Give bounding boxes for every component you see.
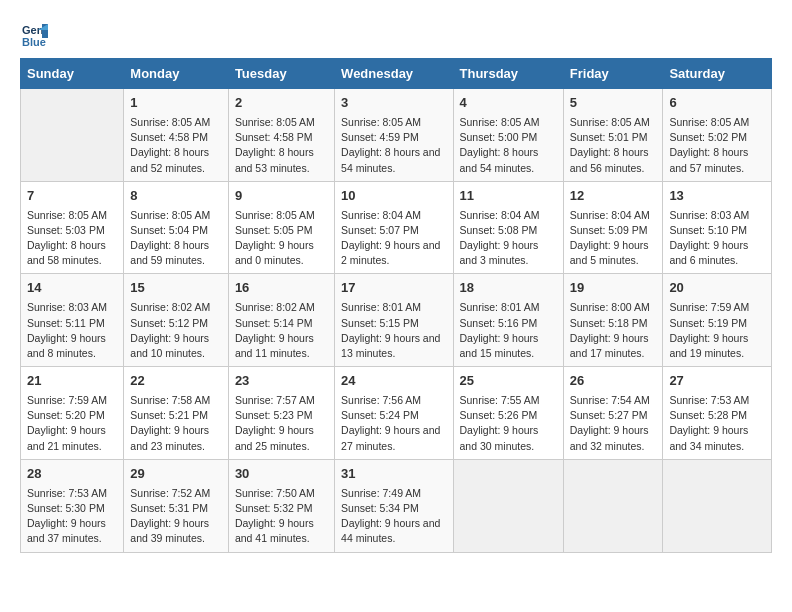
cell-details: Sunrise: 8:05 AM Sunset: 5:03 PM Dayligh… [27, 208, 117, 269]
day-number: 7 [27, 187, 117, 206]
week-row-4: 21 Sunrise: 7:59 AM Sunset: 5:20 PM Dayl… [21, 367, 772, 460]
day-header-friday: Friday [563, 59, 663, 89]
day-number: 30 [235, 465, 328, 484]
day-header-monday: Monday [124, 59, 229, 89]
calendar-cell [663, 459, 772, 552]
cell-details: Sunrise: 7:54 AM Sunset: 5:27 PM Dayligh… [570, 393, 657, 454]
day-number: 29 [130, 465, 222, 484]
week-row-2: 7 Sunrise: 8:05 AM Sunset: 5:03 PM Dayli… [21, 181, 772, 274]
cell-details: Sunrise: 8:00 AM Sunset: 5:18 PM Dayligh… [570, 300, 657, 361]
day-number: 27 [669, 372, 765, 391]
calendar-cell: 16 Sunrise: 8:02 AM Sunset: 5:14 PM Dayl… [228, 274, 334, 367]
day-number: 16 [235, 279, 328, 298]
calendar-cell: 20 Sunrise: 7:59 AM Sunset: 5:19 PM Dayl… [663, 274, 772, 367]
calendar-cell: 22 Sunrise: 7:58 AM Sunset: 5:21 PM Dayl… [124, 367, 229, 460]
calendar-cell: 7 Sunrise: 8:05 AM Sunset: 5:03 PM Dayli… [21, 181, 124, 274]
day-header-wednesday: Wednesday [335, 59, 453, 89]
logo-icon: General Blue [20, 20, 48, 48]
cell-details: Sunrise: 8:01 AM Sunset: 5:16 PM Dayligh… [460, 300, 557, 361]
day-number: 14 [27, 279, 117, 298]
cell-details: Sunrise: 7:59 AM Sunset: 5:20 PM Dayligh… [27, 393, 117, 454]
cell-details: Sunrise: 8:04 AM Sunset: 5:07 PM Dayligh… [341, 208, 446, 269]
day-number: 21 [27, 372, 117, 391]
cell-details: Sunrise: 8:01 AM Sunset: 5:15 PM Dayligh… [341, 300, 446, 361]
calendar-cell: 31 Sunrise: 7:49 AM Sunset: 5:34 PM Dayl… [335, 459, 453, 552]
week-row-5: 28 Sunrise: 7:53 AM Sunset: 5:30 PM Dayl… [21, 459, 772, 552]
cell-details: Sunrise: 7:58 AM Sunset: 5:21 PM Dayligh… [130, 393, 222, 454]
calendar-cell: 10 Sunrise: 8:04 AM Sunset: 5:07 PM Dayl… [335, 181, 453, 274]
day-number: 24 [341, 372, 446, 391]
day-header-saturday: Saturday [663, 59, 772, 89]
calendar-cell: 8 Sunrise: 8:05 AM Sunset: 5:04 PM Dayli… [124, 181, 229, 274]
cell-details: Sunrise: 7:57 AM Sunset: 5:23 PM Dayligh… [235, 393, 328, 454]
cell-details: Sunrise: 7:53 AM Sunset: 5:28 PM Dayligh… [669, 393, 765, 454]
day-number: 5 [570, 94, 657, 113]
day-header-thursday: Thursday [453, 59, 563, 89]
day-number: 31 [341, 465, 446, 484]
calendar-cell: 4 Sunrise: 8:05 AM Sunset: 5:00 PM Dayli… [453, 89, 563, 182]
calendar-cell: 29 Sunrise: 7:52 AM Sunset: 5:31 PM Dayl… [124, 459, 229, 552]
cell-details: Sunrise: 8:02 AM Sunset: 5:12 PM Dayligh… [130, 300, 222, 361]
calendar-cell: 13 Sunrise: 8:03 AM Sunset: 5:10 PM Dayl… [663, 181, 772, 274]
calendar-cell: 21 Sunrise: 7:59 AM Sunset: 5:20 PM Dayl… [21, 367, 124, 460]
calendar-cell [453, 459, 563, 552]
cell-details: Sunrise: 8:05 AM Sunset: 4:58 PM Dayligh… [235, 115, 328, 176]
cell-details: Sunrise: 8:02 AM Sunset: 5:14 PM Dayligh… [235, 300, 328, 361]
day-number: 18 [460, 279, 557, 298]
cell-details: Sunrise: 8:05 AM Sunset: 4:58 PM Dayligh… [130, 115, 222, 176]
calendar-cell: 5 Sunrise: 8:05 AM Sunset: 5:01 PM Dayli… [563, 89, 663, 182]
day-number: 23 [235, 372, 328, 391]
calendar-cell: 9 Sunrise: 8:05 AM Sunset: 5:05 PM Dayli… [228, 181, 334, 274]
calendar-cell: 24 Sunrise: 7:56 AM Sunset: 5:24 PM Dayl… [335, 367, 453, 460]
day-header-sunday: Sunday [21, 59, 124, 89]
cell-details: Sunrise: 8:03 AM Sunset: 5:11 PM Dayligh… [27, 300, 117, 361]
day-number: 12 [570, 187, 657, 206]
day-number: 9 [235, 187, 328, 206]
calendar-cell [21, 89, 124, 182]
day-number: 8 [130, 187, 222, 206]
calendar-cell: 27 Sunrise: 7:53 AM Sunset: 5:28 PM Dayl… [663, 367, 772, 460]
day-number: 20 [669, 279, 765, 298]
calendar-cell: 2 Sunrise: 8:05 AM Sunset: 4:58 PM Dayli… [228, 89, 334, 182]
cell-details: Sunrise: 8:05 AM Sunset: 5:02 PM Dayligh… [669, 115, 765, 176]
cell-details: Sunrise: 7:49 AM Sunset: 5:34 PM Dayligh… [341, 486, 446, 547]
calendar-cell: 17 Sunrise: 8:01 AM Sunset: 5:15 PM Dayl… [335, 274, 453, 367]
cell-details: Sunrise: 7:50 AM Sunset: 5:32 PM Dayligh… [235, 486, 328, 547]
cell-details: Sunrise: 7:59 AM Sunset: 5:19 PM Dayligh… [669, 300, 765, 361]
day-number: 26 [570, 372, 657, 391]
cell-details: Sunrise: 8:03 AM Sunset: 5:10 PM Dayligh… [669, 208, 765, 269]
cell-details: Sunrise: 8:04 AM Sunset: 5:08 PM Dayligh… [460, 208, 557, 269]
calendar-cell [563, 459, 663, 552]
cell-details: Sunrise: 8:05 AM Sunset: 5:05 PM Dayligh… [235, 208, 328, 269]
day-number: 11 [460, 187, 557, 206]
day-number: 25 [460, 372, 557, 391]
week-row-3: 14 Sunrise: 8:03 AM Sunset: 5:11 PM Dayl… [21, 274, 772, 367]
calendar-cell: 12 Sunrise: 8:04 AM Sunset: 5:09 PM Dayl… [563, 181, 663, 274]
cell-details: Sunrise: 7:55 AM Sunset: 5:26 PM Dayligh… [460, 393, 557, 454]
cell-details: Sunrise: 8:05 AM Sunset: 5:04 PM Dayligh… [130, 208, 222, 269]
day-number: 22 [130, 372, 222, 391]
day-number: 6 [669, 94, 765, 113]
cell-details: Sunrise: 7:56 AM Sunset: 5:24 PM Dayligh… [341, 393, 446, 454]
calendar-cell: 30 Sunrise: 7:50 AM Sunset: 5:32 PM Dayl… [228, 459, 334, 552]
calendar-cell: 19 Sunrise: 8:00 AM Sunset: 5:18 PM Dayl… [563, 274, 663, 367]
calendar-cell: 15 Sunrise: 8:02 AM Sunset: 5:12 PM Dayl… [124, 274, 229, 367]
calendar-table: SundayMondayTuesdayWednesdayThursdayFrid… [20, 58, 772, 553]
cell-details: Sunrise: 8:05 AM Sunset: 4:59 PM Dayligh… [341, 115, 446, 176]
header-row: SundayMondayTuesdayWednesdayThursdayFrid… [21, 59, 772, 89]
day-number: 19 [570, 279, 657, 298]
day-number: 13 [669, 187, 765, 206]
calendar-cell: 25 Sunrise: 7:55 AM Sunset: 5:26 PM Dayl… [453, 367, 563, 460]
day-number: 4 [460, 94, 557, 113]
day-number: 28 [27, 465, 117, 484]
calendar-cell: 14 Sunrise: 8:03 AM Sunset: 5:11 PM Dayl… [21, 274, 124, 367]
header: General Blue [20, 20, 772, 48]
day-number: 17 [341, 279, 446, 298]
calendar-cell: 18 Sunrise: 8:01 AM Sunset: 5:16 PM Dayl… [453, 274, 563, 367]
cell-details: Sunrise: 8:04 AM Sunset: 5:09 PM Dayligh… [570, 208, 657, 269]
day-header-tuesday: Tuesday [228, 59, 334, 89]
calendar-cell: 28 Sunrise: 7:53 AM Sunset: 5:30 PM Dayl… [21, 459, 124, 552]
cell-details: Sunrise: 7:53 AM Sunset: 5:30 PM Dayligh… [27, 486, 117, 547]
day-number: 2 [235, 94, 328, 113]
cell-details: Sunrise: 7:52 AM Sunset: 5:31 PM Dayligh… [130, 486, 222, 547]
